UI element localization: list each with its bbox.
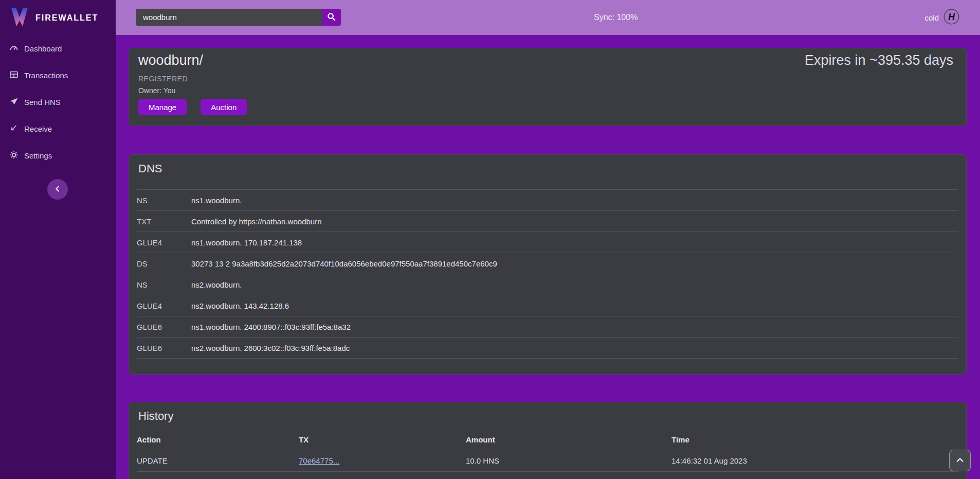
dns-record-type: GLUE4	[137, 301, 191, 310]
history-action: UPDATE	[137, 456, 299, 465]
history-row: RENEW 4fd8c3... 10.0 HNS 15:47:33 07 Jul…	[137, 471, 958, 479]
dns-record-row: GLUE4 ns1.woodburn. 170.187.241.138	[137, 232, 958, 253]
svg-text:H: H	[948, 11, 955, 22]
history-table: UPDATE 70e64775... 10.0 HNS 14:46:32 01 …	[137, 450, 958, 479]
dns-table: NS ns1.woodburn. TXT Controlled by https…	[137, 189, 958, 359]
dns-record-row: GLUE6 ns1.woodburn. 2400:8907::f03c:93ff…	[137, 316, 958, 337]
column-header-action: Action	[137, 435, 299, 444]
dns-card: DNS NS ns1.woodburn. TXT Controlled by h…	[129, 154, 967, 375]
history-card: History Action TX Amount Time UPDATE 70e…	[129, 402, 967, 479]
dns-record-type: DS	[137, 259, 191, 268]
app-title: FIREWALLET	[35, 13, 98, 23]
sidebar-item-label: Receive	[24, 125, 52, 133]
dns-record-type: GLUE6	[137, 323, 191, 331]
history-table-header: Action TX Amount Time	[137, 435, 958, 444]
sidebar-item-label: Dashboard	[24, 44, 62, 53]
auction-button[interactable]: Auction	[201, 99, 247, 115]
dns-record-row: NS ns1.woodburn.	[137, 189, 958, 210]
dns-record-type: GLUE4	[137, 238, 191, 247]
sidebar-item-receive[interactable]: Receive	[0, 115, 116, 142]
search-input[interactable]	[136, 9, 322, 26]
dns-record-value: ns1.woodburn.	[191, 196, 242, 205]
dns-record-value: ns2.woodburn. 2600:3c02::f03c:93ff:fe5a:…	[191, 344, 350, 352]
sidebar-nav: Dashboard Transactions Send HNS	[0, 35, 116, 169]
dns-record-row: GLUE4 ns2.woodburn. 143.42.128.6	[137, 295, 958, 316]
firewallet-logo-icon	[10, 7, 29, 29]
wallet-status: cold H	[924, 0, 959, 35]
sidebar-collapse-button[interactable]	[47, 179, 68, 200]
dns-record-type: NS	[137, 196, 191, 205]
history-card-title: History	[138, 410, 173, 423]
chevron-left-icon	[53, 184, 62, 195]
scroll-to-top-button[interactable]	[949, 450, 971, 471]
dns-record-type: NS	[137, 280, 191, 289]
receive-arrow-icon	[9, 123, 19, 134]
expires-label: Expires in ~395.35 days	[805, 52, 953, 68]
wallet-name-badge: cold	[924, 13, 939, 22]
sync-status: Sync: 100%	[594, 0, 638, 35]
dns-record-type: TXT	[137, 217, 191, 226]
search-icon	[327, 12, 336, 23]
gear-icon	[9, 150, 19, 161]
dns-record-row: DS 30273 13 2 9a3a8fb3d625d2a2073d740f10…	[137, 253, 958, 274]
sidebar-item-send-hns[interactable]: Send HNS	[0, 88, 116, 115]
brand: FIREWALLET	[0, 0, 116, 30]
dns-record-value: ns1.woodburn. 170.187.241.138	[191, 238, 302, 247]
sidebar-item-dashboard[interactable]: Dashboard	[0, 35, 116, 62]
dns-record-value: ns2.woodburn. 143.42.128.6	[191, 301, 289, 310]
sidebar-item-label: Settings	[24, 151, 52, 160]
column-header-amount: Amount	[466, 435, 672, 444]
sidebar: FIREWALLET Dashboard Transactions	[0, 0, 116, 479]
column-header-tx: TX	[299, 435, 466, 444]
history-row: UPDATE 70e64775... 10.0 HNS 14:46:32 01 …	[137, 450, 958, 471]
manage-button[interactable]: Manage	[138, 99, 187, 115]
dns-record-value: Controlled by https://nathan.woodburn	[191, 217, 322, 226]
domain-actions: Manage Auction	[138, 99, 247, 115]
sidebar-item-transactions[interactable]: Transactions	[0, 62, 116, 88]
dns-record-value: 30273 13 2 9a3a8fb3d625d2a2073d740f10da6…	[191, 259, 497, 268]
send-icon	[9, 97, 19, 108]
dns-record-row: GLUE6 ns2.woodburn. 2600:3c02::f03c:93ff…	[137, 337, 958, 358]
domain-card: woodburn/ REGISTERED Owner: You Manage A…	[129, 48, 967, 126]
search-bar	[136, 9, 341, 26]
chevron-up-icon	[956, 457, 964, 465]
domain-status: REGISTERED	[138, 75, 188, 83]
tx-link[interactable]: 70e64775...	[299, 456, 339, 465]
sidebar-item-label: Send HNS	[24, 98, 61, 107]
history-amount: 10.0 HNS	[466, 456, 672, 465]
dns-card-title: DNS	[138, 162, 162, 175]
dns-record-value: ns1.woodburn. 2400:8907::f03c:93ff:fe5a:…	[191, 323, 351, 331]
dns-record-type: GLUE6	[137, 344, 191, 352]
column-header-time: Time	[672, 435, 958, 444]
sidebar-item-label: Transactions	[24, 71, 68, 80]
gauge-icon	[9, 43, 19, 54]
history-time: 14:46:32 01 Aug 2023	[672, 456, 958, 465]
dns-record-value: ns2.woodburn.	[191, 280, 242, 289]
search-button[interactable]	[322, 9, 341, 26]
sidebar-item-settings[interactable]: Settings	[0, 142, 116, 169]
topbar: Sync: 100% cold H	[116, 0, 980, 35]
domain-owner: Owner: You	[138, 86, 175, 95]
dns-record-row: TXT Controlled by https://nathan.woodbur…	[137, 210, 958, 232]
dns-record-row: NS ns2.woodburn.	[137, 274, 958, 295]
handshake-logo-icon: H	[943, 9, 959, 27]
table-icon	[9, 70, 19, 81]
domain-name: woodburn/	[138, 52, 203, 68]
